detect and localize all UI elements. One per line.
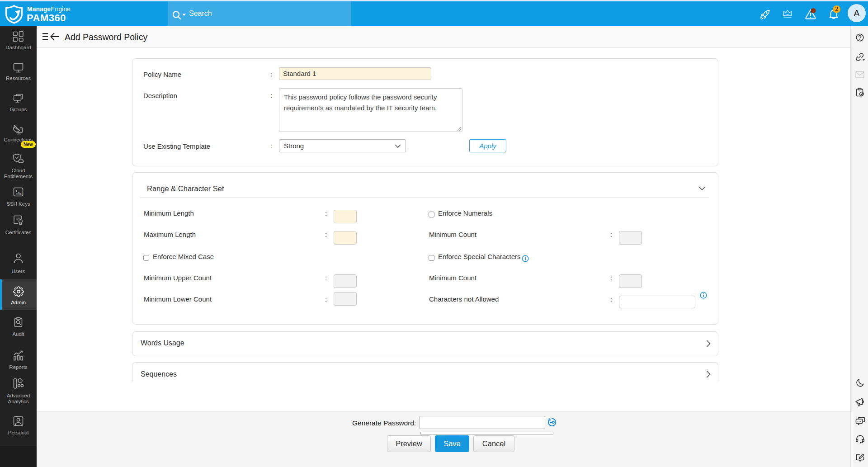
- svg-text:SSH: SSH: [16, 193, 23, 196]
